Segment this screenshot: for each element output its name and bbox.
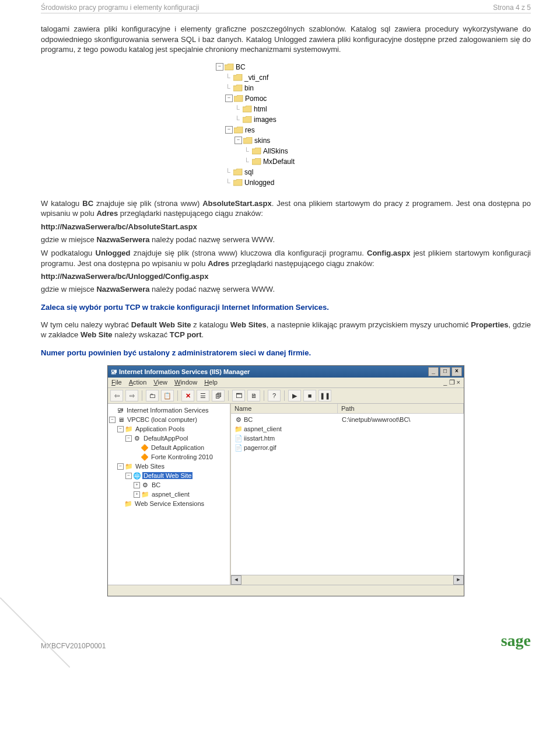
- play-button[interactable]: ▶: [288, 390, 301, 401]
- iis-file-row[interactable]: 📁aspnet_client: [231, 424, 464, 434]
- up-button[interactable]: 🗀: [146, 390, 159, 401]
- file-icon: ⚙: [235, 416, 243, 424]
- export-button[interactable]: 🗎: [247, 390, 260, 401]
- close-button[interactable]: ×: [452, 367, 462, 376]
- properties-button[interactable]: ☰: [197, 390, 209, 401]
- menu-view[interactable]: View: [153, 379, 167, 386]
- tree-item[interactable]: └images: [216, 114, 356, 125]
- menu-help[interactable]: Help: [204, 379, 218, 386]
- paragraph-1: talogami zawiera pliki konfiguracyjne i …: [41, 24, 531, 55]
- header-page-info: Strona 4 z 5: [493, 4, 531, 12]
- iis-tree-item[interactable]: +⚙BC: [109, 480, 229, 490]
- file-name: iisstart.htm: [244, 435, 275, 442]
- forward-button[interactable]: ⇨: [125, 390, 138, 401]
- tree-item[interactable]: └_vti_cnf: [216, 72, 356, 83]
- file-icon: 📄: [235, 444, 243, 452]
- tree-label: html: [254, 104, 267, 114]
- menu-file[interactable]: File: [111, 379, 122, 386]
- iis-tree-pane[interactable]: 🖳Internet Information Services−🖥VPCBC (l…: [108, 404, 231, 585]
- iis-tree-label: Application Pools: [134, 425, 186, 432]
- refresh-button[interactable]: 📋: [161, 390, 174, 401]
- page-footer: MXBCFV2010P0001 sage: [41, 631, 531, 650]
- iis-tree-item[interactable]: −📁Web Sites: [109, 462, 229, 471]
- expand-toggle[interactable]: −: [117, 426, 124, 432]
- iis-list-pane[interactable]: Name Path ⚙BCC:\inetpub\wwwroot\BC\📁aspn…: [231, 404, 464, 585]
- iis-tree-item[interactable]: −🌐Default Web Site: [109, 471, 229, 480]
- iis-menubar: FileActionViewWindowHelp _ ❐ ×: [108, 378, 464, 388]
- folder-icon: [233, 85, 243, 92]
- iis-tree-item[interactable]: 🔶Default Application: [109, 443, 229, 452]
- iis-file-row[interactable]: 📄iisstart.htm: [231, 434, 464, 443]
- delete-button[interactable]: ✕: [181, 390, 194, 401]
- expand-toggle[interactable]: +: [134, 491, 140, 498]
- iis-tree-item[interactable]: 🖳Internet Information Services: [109, 406, 229, 415]
- menu-window[interactable]: Window: [174, 379, 197, 386]
- iis-tree-item[interactable]: −📁Application Pools: [109, 424, 229, 434]
- expand-toggle[interactable]: −: [225, 126, 233, 134]
- file-name: aspnet_client: [244, 425, 282, 432]
- iis-file-row[interactable]: ⚙BCC:\inetpub\wwwroot\BC\: [231, 415, 464, 424]
- column-path[interactable]: Path: [338, 404, 464, 413]
- tree-connector: └: [225, 167, 233, 177]
- horizontal-scrollbar[interactable]: ◄ ►: [231, 575, 464, 585]
- tree-label: MxDefault: [263, 156, 295, 167]
- minimize-button[interactable]: _: [428, 367, 439, 376]
- expand-toggle[interactable]: −: [125, 435, 132, 442]
- scroll-right-arrow[interactable]: ►: [453, 575, 464, 585]
- iis-statusbar: [108, 585, 464, 596]
- iis-tree-label: Web Service Extensions: [134, 500, 205, 507]
- tree-connector: └: [244, 156, 252, 167]
- stop-button[interactable]: ■: [303, 390, 316, 401]
- tree-item[interactable]: └MxDefault: [216, 156, 356, 167]
- tree-item[interactable]: −BC: [216, 62, 356, 72]
- scroll-left-arrow[interactable]: ◄: [231, 575, 242, 585]
- view-button[interactable]: 🗔: [232, 390, 245, 401]
- tree-item[interactable]: └sql: [216, 167, 356, 177]
- header-title: Środowisko pracy programu i elementy kon…: [41, 4, 199, 12]
- pause-button[interactable]: ❚❚: [318, 390, 331, 401]
- expand-toggle[interactable]: −: [125, 473, 132, 479]
- expand-toggle[interactable]: −: [216, 63, 223, 71]
- tree-connector: └: [235, 104, 243, 114]
- tree-item[interactable]: └html: [216, 104, 356, 114]
- paragraph-2: W katalogu BC znajduje się plik (strona …: [41, 198, 531, 219]
- tree-item[interactable]: −skins: [216, 135, 356, 146]
- tree-item[interactable]: └bin: [216, 83, 356, 93]
- mdi-restore-button[interactable]: ❐: [449, 379, 455, 386]
- iis-tree-item[interactable]: 🔶Forte Kontroling 2010: [109, 452, 229, 462]
- file-icon: 📄: [235, 435, 243, 442]
- expand-toggle[interactable]: −: [109, 417, 116, 423]
- tree-item[interactable]: └Unlogged: [216, 177, 356, 188]
- node-icon: 🔶: [141, 444, 149, 452]
- iis-file-row[interactable]: 📄pagerror.gif: [231, 443, 464, 452]
- app-icon: 🖳: [110, 368, 118, 375]
- paragraph-4: W podkatalogu Unlogged znajduje się plik…: [41, 248, 531, 268]
- tree-label: _vti_cnf: [244, 72, 268, 83]
- help-button[interactable]: ?: [268, 390, 281, 401]
- menu-action[interactable]: Action: [129, 379, 147, 386]
- new-button[interactable]: 🗐: [212, 390, 225, 401]
- page-header: Środowisko pracy programu i elementy kon…: [41, 0, 531, 13]
- iis-tree-item[interactable]: −🖥VPCBC (local computer): [109, 415, 229, 424]
- tree-item[interactable]: −Pomoc: [216, 93, 356, 104]
- expand-toggle[interactable]: +: [134, 482, 140, 488]
- expand-toggle[interactable]: −: [117, 463, 124, 470]
- iis-tree-item[interactable]: +📁aspnet_client: [109, 490, 229, 499]
- node-icon: 📁: [141, 491, 149, 498]
- iis-tree-label: aspnet_client: [150, 491, 191, 498]
- iis-tree-item[interactable]: −⚙DefaultAppPool: [109, 434, 229, 443]
- maximize-button[interactable]: □: [440, 367, 450, 376]
- mdi-close-button[interactable]: ×: [457, 379, 460, 386]
- tree-item[interactable]: −res: [216, 125, 356, 135]
- expand-toggle[interactable]: −: [225, 95, 233, 102]
- mdi-minimize-button[interactable]: _: [443, 379, 447, 386]
- sage-logo: sage: [501, 631, 531, 650]
- tree-connector: └: [225, 72, 233, 83]
- tree-item[interactable]: └AllSkins: [216, 146, 356, 156]
- url-1: http://NazwaSerwera/bc/AbsoluteStart.asp…: [41, 222, 531, 231]
- node-icon: 📁: [125, 463, 133, 470]
- expand-toggle[interactable]: −: [235, 137, 242, 144]
- back-button[interactable]: ⇦: [110, 390, 123, 401]
- iis-tree-item[interactable]: 📁Web Service Extensions: [109, 499, 229, 508]
- column-name[interactable]: Name: [231, 404, 338, 413]
